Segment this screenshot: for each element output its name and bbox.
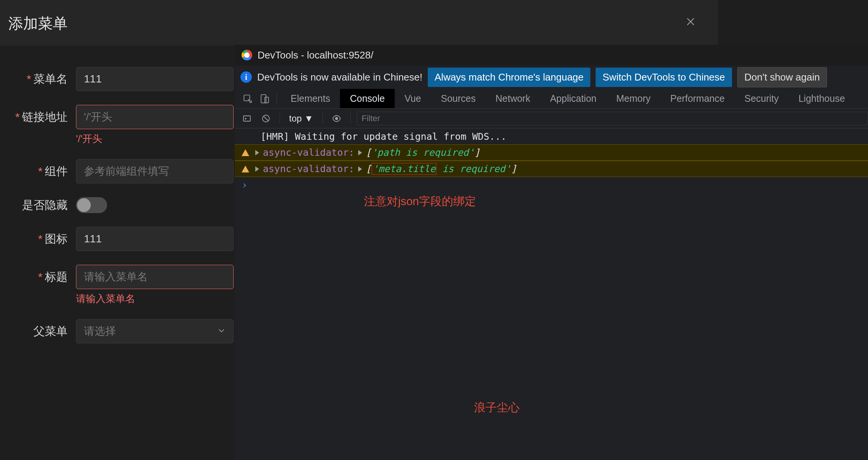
tab-memory[interactable]: Memory xyxy=(606,89,660,108)
tab-sources[interactable]: Sources xyxy=(431,89,486,108)
input-component[interactable] xyxy=(76,159,234,183)
console-line: [HMR] Waiting for update signal from WDS… xyxy=(235,128,868,144)
warn-content: ['meta.title is required'] xyxy=(366,163,517,174)
input-menu-name[interactable] xyxy=(76,67,234,91)
dialog-header: 添加菜单 xyxy=(0,0,718,46)
select-parent-text: 请选择 xyxy=(84,324,116,338)
close-button[interactable] xyxy=(684,15,697,28)
expand-caret-icon[interactable] xyxy=(255,150,259,155)
close-icon xyxy=(686,17,696,27)
console-prompt[interactable]: › xyxy=(235,177,868,193)
warn-label: async-validator: xyxy=(263,147,354,158)
expand-caret-icon[interactable] xyxy=(255,166,259,172)
toolbar-separator xyxy=(350,113,351,124)
input-link-path[interactable] xyxy=(76,105,234,129)
devtools-tabs: Elements Console Vue Sources Network App… xyxy=(235,89,868,109)
context-dropdown[interactable]: top ▼ xyxy=(286,113,316,124)
menu-form: *菜单名 *链接地址 '/'开头 *组件 是否隐藏 *图标 *标题 请输入菜单名… xyxy=(0,46,236,387)
device-icon[interactable] xyxy=(256,89,273,108)
tab-elements[interactable]: Elements xyxy=(281,89,340,108)
switch-knob xyxy=(77,198,91,212)
tab-network[interactable]: Network xyxy=(485,89,540,108)
svg-rect-2 xyxy=(265,97,269,103)
row-component: *组件 xyxy=(0,159,236,183)
console-sidebar-icon[interactable] xyxy=(239,111,255,126)
console-filter[interactable] xyxy=(357,112,868,125)
annotation-json-binding: 注意对json字段的绑定 xyxy=(364,194,476,209)
tab-application[interactable]: Application xyxy=(540,89,606,108)
warning-icon xyxy=(242,166,249,172)
tab-performance[interactable]: Performance xyxy=(661,89,735,108)
inspect-icon[interactable] xyxy=(239,89,256,108)
error-link-path: '/'开头 xyxy=(76,132,236,145)
tab-security[interactable]: Security xyxy=(735,89,789,108)
tab-lighthouse[interactable]: Lighthouse xyxy=(789,89,855,108)
btn-dont-show[interactable]: Don't show again xyxy=(737,67,827,87)
console-warning[interactable]: async-validator: ['meta.title is require… xyxy=(235,161,868,177)
live-expression-icon[interactable] xyxy=(329,111,344,126)
label-component: *组件 xyxy=(0,164,76,179)
expand-caret-icon[interactable] xyxy=(358,166,362,172)
warn-content: ['path is required'] xyxy=(366,147,480,158)
label-icon: *图标 xyxy=(0,231,76,247)
svg-rect-1 xyxy=(261,95,266,103)
tab-separator xyxy=(277,93,277,104)
row-title: *标题 xyxy=(0,265,236,289)
svg-rect-3 xyxy=(243,116,250,121)
chevron-down-icon xyxy=(217,326,226,336)
warning-icon xyxy=(242,149,249,156)
tab-vue[interactable]: Vue xyxy=(395,89,431,108)
row-hidden: 是否隐藏 xyxy=(0,197,236,213)
devtools-infobar: i DevTools is now available in Chinese! … xyxy=(235,65,868,89)
infobar-text: DevTools is now available in Chinese! xyxy=(257,71,422,83)
input-title[interactable] xyxy=(76,265,234,289)
expand-caret-icon[interactable] xyxy=(358,150,362,155)
devtools-title: DevTools - localhost:9528/ xyxy=(258,49,373,61)
dialog-title: 添加菜单 xyxy=(8,13,68,34)
row-menu-name: *菜单名 xyxy=(0,67,236,91)
label-menu-name: *菜单名 xyxy=(0,71,76,87)
btn-always-match[interactable]: Always match Chrome's language xyxy=(428,68,590,87)
label-hidden: 是否隐藏 xyxy=(0,198,76,213)
annotation-signature: 浪子尘心 xyxy=(474,400,520,416)
chrome-icon xyxy=(242,50,252,60)
toolbar-separator xyxy=(323,113,323,124)
devtools-window: DevTools - localhost:9528/ i DevTools is… xyxy=(235,45,868,460)
devtools-titlebar: DevTools - localhost:9528/ xyxy=(235,45,868,65)
clear-console-icon[interactable] xyxy=(258,111,274,126)
label-parent: 父菜单 xyxy=(0,324,76,339)
btn-switch-chinese[interactable]: Switch DevTools to Chinese xyxy=(596,68,732,87)
toolbar-separator xyxy=(280,113,280,124)
warn-label: async-validator: xyxy=(263,163,354,174)
svg-point-5 xyxy=(335,117,338,120)
switch-hidden[interactable] xyxy=(76,197,107,213)
label-title: *标题 xyxy=(0,269,76,285)
row-link-path: *链接地址 xyxy=(0,105,236,129)
input-icon[interactable] xyxy=(76,227,234,251)
tab-console[interactable]: Console xyxy=(340,89,395,108)
row-icon: *图标 xyxy=(0,227,236,251)
console-warning[interactable]: async-validator: ['path is required'] xyxy=(235,144,868,161)
row-parent: 父菜单 请选择 xyxy=(0,319,236,343)
label-link-path: *链接地址 xyxy=(0,109,76,125)
console-toolbar: top ▼ xyxy=(235,109,868,128)
info-icon: i xyxy=(240,71,252,83)
error-title: 请输入菜单名 xyxy=(76,292,236,305)
select-parent[interactable]: 请选择 xyxy=(76,319,234,343)
console-output: [HMR] Waiting for update signal from WDS… xyxy=(235,128,868,193)
